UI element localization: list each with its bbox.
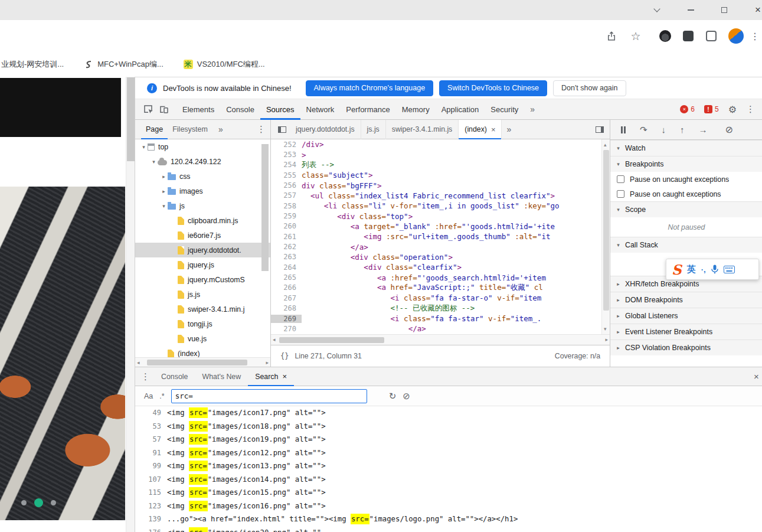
tree-item-images[interactable]: ▸images (135, 184, 270, 198)
tree-item-js-js[interactable]: js.js (135, 287, 270, 302)
editor-tab-swiper-3-4-1-min-js[interactable]: swiper-3.4.1.min.js (386, 120, 459, 139)
section-watch[interactable]: ▾Watch (610, 140, 762, 156)
bookmark-star-icon[interactable]: ☆ (627, 20, 644, 52)
ime-toolbar[interactable]: S 英 ·, (666, 259, 759, 280)
more-navigator-tabs-icon[interactable]: » (214, 120, 228, 139)
line-number[interactable]: 264 (271, 263, 302, 272)
step-icon[interactable]: → (699, 125, 708, 135)
line-number[interactable]: 252 (271, 141, 302, 149)
line-number[interactable]: 260 (271, 222, 302, 230)
carousel-dot[interactable] (21, 500, 27, 505)
checkbox-row-pause-on-uncaught-exceptions[interactable]: Pause on uncaught exceptions (610, 172, 762, 187)
minimize-button[interactable] (682, 0, 699, 20)
tree-item-css[interactable]: ▸css (135, 169, 270, 184)
devtools-menu-icon[interactable]: ⋮ (746, 104, 755, 115)
line-number[interactable]: 261 (271, 233, 302, 241)
tree-item-120-24-249-122[interactable]: ▾120.24.249.122 (135, 154, 270, 169)
drawer-tab-search[interactable]: Search× (248, 367, 294, 386)
refresh-search-icon[interactable]: ↻ (389, 391, 397, 402)
line-number[interactable]: 270 (271, 325, 302, 333)
line-number[interactable]: 267 (271, 294, 302, 302)
navigator-tab-page[interactable]: Page (141, 120, 168, 139)
drawer-tab-what-s-new[interactable]: What's New (195, 367, 248, 386)
search-result-row[interactable]: 57<img src="images/icon19.png" alt=""> (135, 433, 762, 446)
devtools-tab-console[interactable]: Console (220, 99, 260, 120)
search-result-row[interactable]: 53<img src="images/icon18.png" alt=""> (135, 420, 762, 433)
toggle-navigator-icon[interactable] (274, 120, 290, 139)
devtools-tab-security[interactable]: Security (485, 99, 524, 120)
editor-tab-jquery-dotdotdot-js[interactable]: jquery.dotdotdot.js (290, 120, 361, 139)
search-input[interactable] (171, 389, 367, 403)
section-dom-breakpoints[interactable]: ▸DOM Breakpoints (610, 292, 762, 308)
regex-toggle[interactable]: .* (159, 392, 164, 400)
search-result-row[interactable]: 107<img src="images/icon14.png" alt=""> (135, 473, 762, 487)
pause-script-icon[interactable] (621, 126, 626, 133)
devtools-tab-memory[interactable]: Memory (396, 99, 436, 120)
drawer-tab-console[interactable]: Console (154, 367, 195, 386)
carousel-dot-active[interactable] (34, 498, 43, 507)
scroll-left-icon[interactable]: ◂ (273, 335, 276, 344)
notification-button-switch-devtools-to-chinese[interactable]: Switch DevTools to Chinese (439, 80, 547, 96)
open-quick-source-icon[interactable] (592, 120, 607, 139)
match-case-toggle[interactable]: Aa (144, 392, 153, 400)
line-number[interactable]: 254 (271, 161, 302, 169)
tree-item-ie6orie7-js[interactable]: ie6orie7.js (135, 228, 270, 243)
scroll-down-icon[interactable]: ▾ (604, 325, 607, 333)
navigator-horizontal-scrollbar[interactable]: ◂ ▸ (135, 357, 270, 367)
editor-vertical-scrollbar[interactable]: ▴ ▾ (601, 139, 610, 334)
devtools-tab-sources[interactable]: Sources (260, 99, 300, 120)
step-out-icon[interactable]: ↑ (680, 125, 685, 135)
scroll-right-icon[interactable]: ▸ (605, 335, 608, 344)
scrollbar-thumb[interactable] (127, 77, 135, 161)
navigator-vertical-scrollbar[interactable] (261, 144, 269, 271)
section-breakpoints[interactable]: ▾Breakpoints (610, 156, 762, 172)
error-count-badge[interactable]: ×6 (680, 105, 695, 113)
bookmark-item[interactable]: 业规划-网安培训... (1, 59, 64, 70)
line-number[interactable]: 255 (271, 171, 302, 179)
inspect-element-icon[interactable] (140, 102, 156, 118)
device-toolbar-icon[interactable] (156, 102, 172, 118)
scroll-up-icon[interactable]: ▴ (604, 141, 607, 149)
tree-item-index[interactable]: (index) (135, 346, 270, 357)
line-number[interactable]: 257 (271, 191, 302, 200)
checkbox[interactable] (617, 175, 624, 183)
bookmark-item[interactable]: MFC+WinPcap编... (84, 59, 163, 70)
checkbox-row-pause-on-caught-exceptions[interactable]: Pause on caught exceptions (610, 187, 762, 201)
share-icon[interactable] (603, 20, 620, 52)
close-button[interactable]: × (750, 0, 762, 20)
issues-count-badge[interactable]: !5 (704, 105, 719, 113)
search-result-row[interactable]: 176<img src="images/icon20.png" alt="" (135, 526, 762, 532)
tree-item-jquery-js[interactable]: jquery.js (135, 257, 270, 272)
scrollbar-thumb[interactable] (603, 150, 609, 311)
search-result-row[interactable]: 139...go"><a href="index.html" title="">… (135, 513, 762, 526)
search-result-row[interactable]: 91<img src="images/icon12.png" alt=""> (135, 446, 762, 460)
step-over-icon[interactable]: ↷ (640, 125, 647, 135)
search-result-row[interactable]: 123<img src="images/icon16.png" alt=""> (135, 500, 762, 513)
line-number[interactable]: 268 (271, 304, 302, 312)
tree-item-jquery-mcustoms[interactable]: jquery.mCustomS (135, 272, 270, 287)
bookmark-item[interactable]: 米VS2010/MFC编程... (184, 59, 265, 70)
step-into-icon[interactable]: ↓ (662, 125, 666, 135)
devtools-tab-performance[interactable]: Performance (340, 99, 395, 120)
section-csp-violation-breakpoints[interactable]: ▸CSP Violation Breakpoints (610, 340, 762, 355)
notification-button-don-t-show-again[interactable]: Don't show again (553, 80, 626, 96)
extension-icon[interactable] (657, 20, 673, 52)
tree-item-clipboard-min-js[interactable]: clipboard.min.js (135, 213, 270, 228)
search-result-row[interactable]: 99<img src="images/icon13.png" alt=""> (135, 459, 762, 473)
page-scrollbar[interactable] (126, 77, 135, 532)
line-number[interactable]: 256 (271, 181, 302, 190)
scrollbar-thumb[interactable] (147, 360, 247, 365)
close-tab-icon[interactable]: × (491, 125, 496, 134)
settings-gear-icon[interactable]: ⚙ (728, 104, 737, 115)
tree-item-jquery-dotdotdot[interactable]: jquery.dotdotdot. (135, 243, 270, 257)
tree-item-js[interactable]: ▾js (135, 198, 270, 213)
pretty-print-icon[interactable]: {} (280, 352, 289, 360)
navigator-menu-icon[interactable]: ⋮ (257, 124, 266, 135)
line-number[interactable]: 253 (271, 151, 302, 159)
maximize-button[interactable] (716, 0, 732, 20)
search-result-row[interactable]: 49<img src="images/icon17.png" alt=""> (135, 406, 762, 420)
tree-item-swiper-3-4-1-min-j[interactable]: swiper-3.4.1.min.j (135, 302, 270, 316)
extension-icon[interactable] (703, 20, 720, 52)
carousel-dot[interactable] (51, 500, 56, 505)
profile-avatar[interactable] (728, 20, 744, 52)
